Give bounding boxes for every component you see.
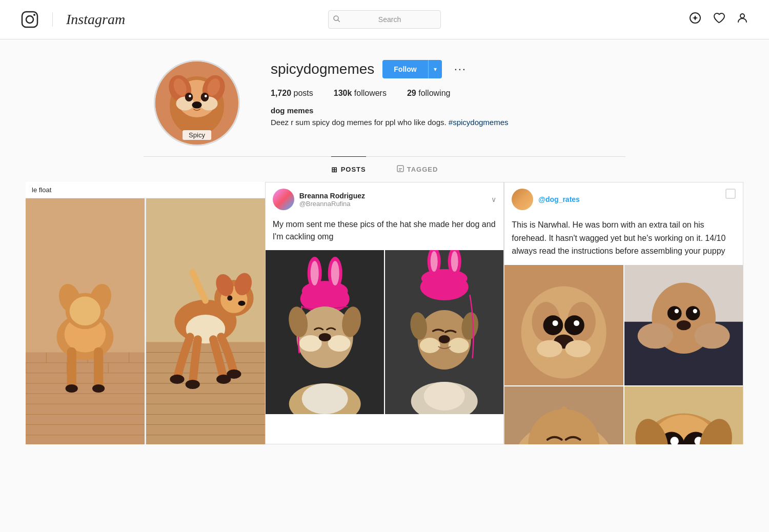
svg-point-17 xyxy=(185,93,193,101)
explore-icon[interactable] xyxy=(689,12,701,27)
right-card: @dog_rates This is Narwhal. He was born … xyxy=(504,182,743,444)
follow-button[interactable]: Follow xyxy=(382,60,428,78)
svg-point-49 xyxy=(70,297,100,325)
svg-point-113 xyxy=(565,340,591,357)
svg-point-93 xyxy=(451,251,458,272)
svg-marker-6 xyxy=(692,15,698,21)
svg-point-123 xyxy=(694,323,730,349)
svg-point-121 xyxy=(676,320,691,330)
profile-username: spicydogmemes xyxy=(271,61,374,77)
heart-icon[interactable] xyxy=(713,12,725,27)
svg-rect-43 xyxy=(94,347,103,388)
profile-bio: Deez r sum spicy dog memes for ppl who l… xyxy=(271,117,615,129)
post-body-text: My mom sent me these pics of the hat she… xyxy=(266,216,504,250)
svg-point-104 xyxy=(521,286,606,378)
narwhal-dog-1 xyxy=(504,265,623,385)
pink-hat-dog-right xyxy=(385,250,503,414)
tag-icon xyxy=(397,165,404,174)
corgi-right-svg xyxy=(146,198,265,444)
svg-point-118 xyxy=(685,306,700,320)
following-stat: 29 following xyxy=(407,89,451,98)
post-avatar-image xyxy=(273,189,294,210)
follow-button-group: Follow ▾ xyxy=(382,60,441,78)
right-card-header: @dog_rates xyxy=(504,182,743,216)
post-author-info: Breanna Rodriguez @BreannaRufina xyxy=(299,192,365,208)
middle-card: Breanna Rodriguez @BreannaRufina ∨ My mo… xyxy=(265,182,504,444)
narwhal-dog-2 xyxy=(624,265,743,385)
corgi-left-svg xyxy=(26,198,145,444)
left-card-text: le float xyxy=(32,186,51,194)
svg-point-107 xyxy=(543,315,563,335)
svg-rect-51 xyxy=(146,342,265,444)
tab-posts-label: POSTS xyxy=(341,166,366,173)
tabs-row: ⊞ POSTS TAGGED xyxy=(144,157,625,182)
svg-point-7 xyxy=(740,14,744,18)
profile-icon[interactable] xyxy=(736,12,748,27)
followers-label: followers xyxy=(354,89,387,97)
left-card-header: le float xyxy=(26,182,265,198)
profile-info: spicydogmemes Follow ▾ ··· 1,720 posts 1… xyxy=(271,60,615,129)
svg-point-21 xyxy=(192,101,201,109)
bio-hashtag[interactable]: #spicydogmemes xyxy=(449,118,509,127)
follow-dropdown-button[interactable]: ▾ xyxy=(428,60,442,78)
svg-point-71 xyxy=(227,296,232,301)
narwhal-dog-4 xyxy=(624,386,743,444)
svg-point-108 xyxy=(564,315,584,335)
logo-area: Instagram xyxy=(21,10,125,29)
svg-point-109 xyxy=(553,320,558,326)
svg-rect-42 xyxy=(67,347,76,388)
svg-point-76 xyxy=(310,261,318,285)
post-chevron-icon[interactable]: ∨ xyxy=(491,195,496,203)
avatar-label: Spicy xyxy=(183,130,211,140)
pink-hat-dog-left xyxy=(266,250,384,414)
instagram-wordmark: Instagram xyxy=(66,11,125,28)
right-image-3 xyxy=(504,386,623,444)
post-avatar xyxy=(273,189,294,210)
svg-point-96 xyxy=(420,338,440,353)
svg-point-94 xyxy=(420,274,469,300)
svg-point-97 xyxy=(449,338,469,353)
post-images xyxy=(266,250,504,414)
tab-posts[interactable]: ⊞ POSTS xyxy=(331,156,366,182)
right-author-avatar xyxy=(512,189,533,210)
followers-count: 130k xyxy=(334,89,352,97)
dog-image-left xyxy=(26,198,145,444)
left-card: le float xyxy=(26,182,265,444)
right-card-checkbox[interactable] xyxy=(725,189,736,199)
profile-display-name: dog memes xyxy=(271,106,615,115)
svg-point-72 xyxy=(238,301,245,306)
profile-section: Spicy spicydogmemes Follow ▾ ··· 1,720 p… xyxy=(144,39,625,156)
svg-point-98 xyxy=(439,335,450,343)
tab-tagged-label: TAGGED xyxy=(407,166,438,173)
left-card-images xyxy=(26,198,265,444)
svg-point-119 xyxy=(674,309,678,313)
svg-point-20 xyxy=(205,95,207,97)
tab-tagged[interactable]: TAGGED xyxy=(397,156,438,182)
right-image-1 xyxy=(504,265,623,385)
svg-point-87 xyxy=(301,383,348,414)
svg-point-1 xyxy=(26,16,33,23)
right-author-handle[interactable]: @dog_rates xyxy=(538,195,580,203)
svg-point-78 xyxy=(331,261,339,285)
right-image-4 xyxy=(624,386,743,444)
followers-stat: 130k followers xyxy=(334,89,387,98)
svg-line-4 xyxy=(338,20,340,22)
right-card-body: This is Narwhal. He was born with an ext… xyxy=(504,216,743,265)
search-area xyxy=(328,10,441,29)
profile-avatar-wrap: Spicy xyxy=(154,60,240,146)
content-grid: le float xyxy=(26,182,743,444)
svg-rect-0 xyxy=(22,12,37,27)
svg-point-18 xyxy=(201,93,209,101)
search-input[interactable] xyxy=(328,10,441,29)
post-image-right xyxy=(385,250,503,414)
right-image-2 xyxy=(624,265,743,385)
profile-stats: 1,720 posts 130k followers 29 following xyxy=(271,89,615,98)
header-actions xyxy=(689,12,748,27)
svg-point-44 xyxy=(66,384,78,393)
posts-count: 1,720 xyxy=(271,89,291,97)
main-header: Instagram xyxy=(0,0,769,39)
more-options-button[interactable]: ··· xyxy=(450,60,471,78)
tabs-section: ⊞ POSTS TAGGED xyxy=(144,156,625,182)
svg-point-81 xyxy=(299,335,321,352)
grid-icon: ⊞ xyxy=(331,166,338,174)
